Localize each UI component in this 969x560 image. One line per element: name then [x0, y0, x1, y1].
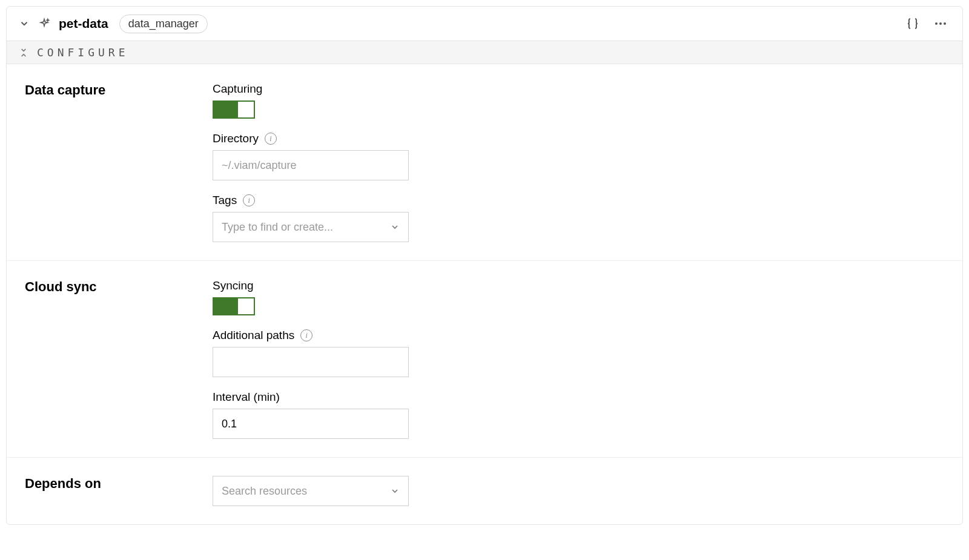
info-icon[interactable]	[300, 329, 313, 341]
sparkle-icon	[38, 18, 50, 30]
additional-paths-input[interactable]	[213, 347, 409, 377]
section-title-cloud-sync: Cloud sync	[25, 279, 213, 295]
service-type-chip: data_manager	[119, 15, 208, 33]
syncing-label: Syncing	[213, 279, 254, 292]
tags-placeholder: Type to find or create...	[222, 221, 333, 234]
section-title-depends-on: Depends on	[25, 476, 213, 492]
capturing-label: Capturing	[213, 82, 262, 96]
info-icon[interactable]	[265, 133, 277, 145]
tags-label: Tags	[213, 194, 237, 207]
syncing-toggle[interactable]	[213, 297, 255, 315]
service-title: pet-data	[59, 16, 108, 31]
svg-point-0	[935, 22, 938, 25]
configure-label: CONFIGURE	[37, 46, 129, 59]
capturing-toggle[interactable]	[213, 100, 255, 119]
chevron-down-icon	[390, 486, 400, 496]
interval-input[interactable]	[213, 409, 409, 439]
additional-paths-label: Additional paths	[213, 329, 294, 342]
chevron-down-icon	[390, 222, 400, 232]
json-view-icon[interactable]	[903, 14, 922, 33]
depends-on-select[interactable]: Search resources	[213, 476, 409, 506]
section-title-data-capture: Data capture	[25, 82, 213, 98]
info-icon[interactable]	[243, 194, 255, 206]
collapse-section-icon	[19, 48, 28, 58]
tags-select[interactable]: Type to find or create...	[213, 212, 409, 242]
configure-bar[interactable]: CONFIGURE	[7, 41, 962, 64]
interval-label: Interval (min)	[213, 390, 280, 404]
depends-on-placeholder: Search resources	[222, 485, 307, 498]
card-header: pet-data data_manager	[7, 7, 962, 41]
directory-label: Directory	[213, 132, 259, 145]
collapse-chevron-icon[interactable]	[19, 18, 30, 29]
more-menu-icon[interactable]	[931, 14, 950, 33]
section-cloud-sync: Cloud sync Syncing Additional paths Inte…	[7, 261, 962, 458]
section-data-capture: Data capture Capturing Directory Tags	[7, 64, 962, 261]
section-depends-on: Depends on Search resources	[7, 458, 962, 524]
service-card: pet-data data_manager CONFIGURE Data cap…	[6, 6, 963, 525]
svg-point-2	[944, 22, 946, 25]
directory-input[interactable]	[213, 150, 409, 180]
svg-point-1	[939, 22, 942, 25]
